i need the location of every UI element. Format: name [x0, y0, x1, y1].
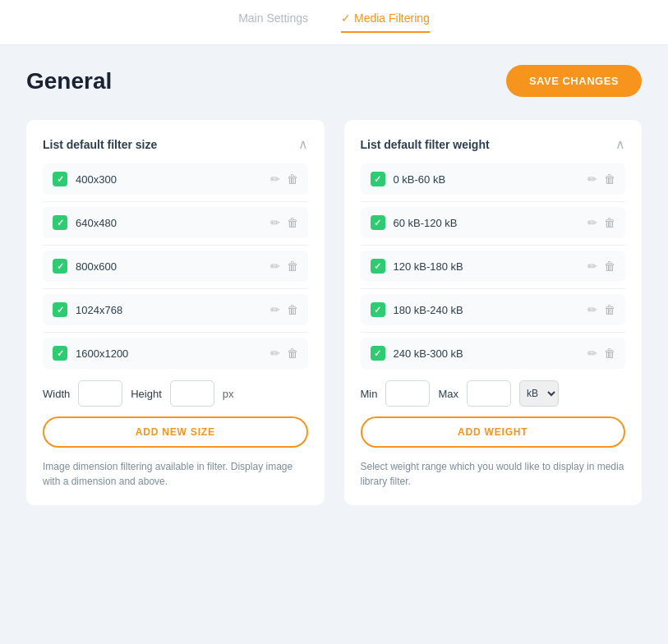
delete-icon-size-3[interactable]: 🗑 [287, 260, 298, 273]
weight-panel: List default filter weight ∧ 0 kB-60 kB … [344, 120, 643, 505]
size-label-2: 640x480 [76, 217, 117, 229]
add-new-size-button[interactable]: ADD NEW SIZE [43, 416, 308, 448]
delete-icon-weight-3[interactable]: 🗑 [604, 260, 615, 273]
page-header: General SAVE CHANGES [26, 65, 642, 97]
page-title: General [26, 68, 112, 94]
delete-icon-size-4[interactable]: 🗑 [287, 303, 298, 316]
divider [43, 332, 308, 333]
weight-checkbox-1[interactable] [371, 172, 385, 186]
edit-icon-weight-2[interactable]: ✏ [587, 216, 597, 229]
height-input[interactable] [170, 380, 214, 407]
divider [43, 288, 308, 289]
size-add-row: Width Height px [43, 380, 308, 407]
tab-media-filtering[interactable]: ✓Media Filtering [341, 12, 430, 33]
weight-item-1: 0 kB-60 kB ✏ 🗑 [361, 163, 626, 195]
delete-icon-size-1[interactable]: 🗑 [287, 172, 298, 186]
size-item-1: 400x300 ✏ 🗑 [43, 163, 308, 195]
delete-icon-weight-2[interactable]: 🗑 [604, 216, 615, 229]
two-column-layout: List default filter size ∧ 400x300 ✏ 🗑 6… [26, 120, 642, 505]
size-panel-note: Image dimension filtering available in f… [43, 459, 308, 489]
save-changes-button[interactable]: SAVE CHANGES [506, 65, 642, 97]
edit-icon-weight-4[interactable]: ✏ [587, 303, 597, 316]
divider [361, 332, 626, 333]
weight-panel-note: Select weight range which you would like… [361, 459, 626, 489]
width-input[interactable] [78, 380, 122, 407]
divider [43, 245, 308, 246]
weight-item-5: 240 kB-300 kB ✏ 🗑 [361, 338, 626, 369]
edit-icon-weight-3[interactable]: ✏ [587, 260, 597, 273]
weight-add-row: Min Max kB MB [361, 380, 626, 407]
divider [361, 288, 626, 289]
weight-checkbox-2[interactable] [371, 215, 385, 230]
size-label-3: 800x600 [76, 260, 117, 273]
weight-label-3: 120 kB-180 kB [394, 260, 463, 273]
unit-select[interactable]: kB MB [519, 380, 559, 407]
weight-panel-collapse-icon[interactable]: ∧ [615, 136, 625, 152]
media-filtering-label: Media Filtering [354, 12, 430, 25]
weight-item-4: 180 kB-240 kB ✏ 🗑 [361, 294, 626, 325]
add-weight-button[interactable]: ADD WEIGHT [361, 416, 626, 448]
edit-icon-weight-1[interactable]: ✏ [587, 172, 597, 186]
size-checkbox-4[interactable] [53, 302, 67, 317]
size-label-5: 1600x1200 [76, 347, 128, 360]
delete-icon-weight-5[interactable]: 🗑 [604, 347, 615, 360]
delete-icon-weight-1[interactable]: 🗑 [604, 172, 615, 186]
delete-icon-weight-4[interactable]: 🗑 [604, 303, 615, 316]
min-input[interactable] [385, 380, 430, 407]
max-label: Max [438, 388, 458, 400]
weight-item-3: 120 kB-180 kB ✏ 🗑 [361, 251, 626, 282]
check-icon: ✓ [341, 12, 351, 25]
size-item-3: 800x600 ✏ 🗑 [43, 251, 308, 282]
tab-main-settings[interactable]: Main Settings [238, 12, 308, 33]
size-panel: List default filter size ∧ 400x300 ✏ 🗑 6… [26, 120, 325, 505]
weight-item-2: 60 kB-120 kB ✏ 🗑 [361, 207, 626, 238]
delete-icon-size-2[interactable]: 🗑 [287, 216, 298, 229]
delete-icon-size-5[interactable]: 🗑 [287, 347, 298, 360]
min-label: Min [361, 388, 378, 400]
edit-icon-size-3[interactable]: ✏ [270, 260, 280, 273]
weight-label-2: 60 kB-120 kB [394, 217, 458, 229]
size-panel-title: List default filter size [43, 138, 157, 151]
edit-icon-size-1[interactable]: ✏ [270, 172, 280, 186]
weight-checkbox-5[interactable] [371, 346, 385, 361]
weight-label-5: 240 kB-300 kB [394, 347, 463, 360]
size-panel-header: List default filter size ∧ [43, 136, 308, 152]
weight-checkbox-4[interactable] [371, 302, 385, 317]
weight-label-1: 0 kB-60 kB [394, 173, 446, 186]
size-unit: px [223, 388, 234, 400]
top-navigation: Main Settings ✓Media Filtering [0, 0, 668, 45]
size-item-2: 640x480 ✏ 🗑 [43, 207, 308, 238]
edit-icon-weight-5[interactable]: ✏ [587, 347, 597, 360]
size-checkbox-5[interactable] [53, 346, 67, 361]
weight-panel-title: List default filter weight [361, 138, 490, 151]
edit-icon-size-4[interactable]: ✏ [270, 303, 280, 316]
size-label-1: 400x300 [76, 173, 117, 186]
size-checkbox-2[interactable] [53, 215, 67, 230]
divider [361, 245, 626, 246]
edit-icon-size-2[interactable]: ✏ [270, 216, 280, 229]
weight-checkbox-3[interactable] [371, 259, 385, 274]
weight-panel-header: List default filter weight ∧ [361, 136, 626, 152]
edit-icon-size-5[interactable]: ✏ [270, 347, 280, 360]
size-checkbox-1[interactable] [53, 172, 67, 186]
divider [361, 201, 626, 202]
size-item-4: 1024x768 ✏ 🗑 [43, 294, 308, 325]
main-settings-label: Main Settings [238, 12, 308, 25]
weight-label-4: 180 kB-240 kB [394, 304, 463, 316]
divider [43, 201, 308, 202]
size-label-4: 1024x768 [76, 304, 122, 316]
size-item-5: 1600x1200 ✏ 🗑 [43, 338, 308, 369]
size-checkbox-3[interactable] [53, 259, 67, 274]
width-label: Width [43, 388, 70, 400]
size-panel-collapse-icon[interactable]: ∧ [298, 136, 308, 152]
max-input[interactable] [467, 380, 511, 407]
page-content: General SAVE CHANGES List default filter… [0, 45, 668, 525]
height-label: Height [131, 388, 162, 400]
